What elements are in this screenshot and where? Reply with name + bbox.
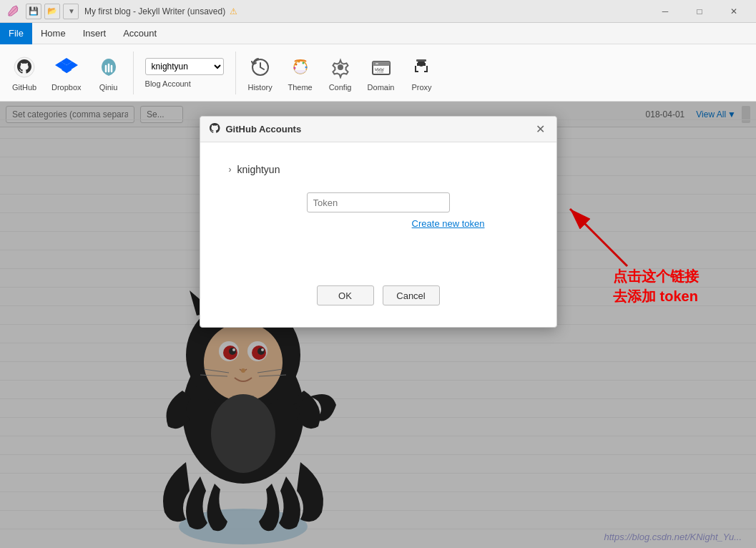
toolbar-blog-account: knightyun Blog Account [139, 54, 230, 92]
svg-point-9 [298, 60, 300, 62]
blog-account-label: Blog Account [145, 79, 191, 88]
config-icon [328, 54, 353, 80]
menu-account[interactable]: Account [114, 23, 165, 44]
modal-github-icon [209, 122, 220, 137]
github-label: GitHub [12, 83, 36, 92]
toolbar-github[interactable]: GitHub [6, 50, 43, 96]
account-name: knightyun [237, 164, 280, 175]
cancel-button[interactable]: Cancel [383, 285, 440, 305]
menu-insert[interactable]: Insert [74, 23, 115, 44]
save-button[interactable]: 💾 [26, 4, 41, 19]
modal-overlay: GitHub Accounts ✕ › knightyun Create new… [0, 102, 756, 548]
window-title: My first blog - Jekyll Writer (unsaved) … [84, 6, 649, 16]
maximize-button[interactable]: □ [683, 0, 716, 23]
dropbox-label: Dropbox [51, 83, 82, 92]
svg-rect-22 [416, 59, 426, 62]
minimize-button[interactable]: ─ [649, 0, 682, 23]
domain-icon: www .com [368, 54, 394, 80]
svg-text:.com: .com [375, 69, 383, 74]
theme-icon [288, 54, 313, 80]
svg-rect-15 [373, 62, 390, 66]
toolbar-dropbox[interactable]: Dropbox [46, 50, 87, 96]
ok-button[interactable]: OK [317, 285, 374, 305]
toolbar-qiniu[interactable]: Qiniu [90, 50, 127, 96]
modal-title: GitHub Accounts [226, 124, 302, 134]
svg-rect-16 [375, 63, 378, 64]
qiniu-icon [96, 54, 122, 80]
open-button[interactable]: 📂 [44, 4, 60, 19]
create-token-link[interactable]: Create new token [229, 218, 528, 229]
theme-label: Theme [288, 83, 312, 92]
app-logo [6, 4, 20, 19]
history-label: History [247, 83, 272, 92]
toolbar-theme[interactable]: Theme [282, 50, 319, 96]
github-icon [11, 54, 37, 80]
proxy-label: Proxy [411, 83, 431, 92]
modal-header: GitHub Accounts ✕ [200, 117, 556, 142]
title-bar-quick-access: 💾 📂 ▼ [26, 4, 79, 19]
token-input[interactable] [307, 192, 450, 212]
toolbar-proxy[interactable]: Proxy [403, 50, 440, 96]
menu-file[interactable]: File [0, 23, 32, 44]
proxy-icon [408, 54, 434, 80]
svg-point-12 [293, 67, 295, 69]
dropdown-button[interactable]: ▼ [63, 4, 79, 19]
account-row: › knightyun [229, 164, 528, 175]
svg-point-13 [338, 64, 343, 70]
window-controls: ─ □ ✕ [649, 0, 750, 23]
toolbar-history[interactable]: History [242, 50, 279, 96]
svg-rect-20 [417, 63, 421, 66]
toolbar-config[interactable]: Config [322, 50, 359, 96]
svg-point-8 [295, 63, 297, 65]
modal-close-button[interactable]: ✕ [534, 122, 548, 137]
svg-rect-21 [422, 63, 426, 66]
account-chevron: › [229, 165, 232, 175]
modal-body: › knightyun Create new token [200, 142, 556, 285]
toolbar: GitHub Dropbox Qiniu knightyun [0, 44, 756, 102]
menu-bar: File Home Insert Account [0, 23, 756, 44]
title-bar: 💾 📂 ▼ My first blog - Jekyll Writer (uns… [0, 0, 756, 23]
toolbar-divider-1 [133, 52, 134, 94]
qiniu-label: Qiniu [99, 83, 118, 92]
menu-home[interactable]: Home [32, 23, 74, 44]
close-button[interactable]: ✕ [717, 0, 750, 23]
blog-account-select[interactable]: knightyun [145, 58, 224, 75]
svg-point-11 [305, 66, 307, 68]
dropbox-icon [54, 54, 79, 80]
github-accounts-modal: GitHub Accounts ✕ › knightyun Create new… [200, 116, 557, 328]
domain-label: Domain [368, 83, 395, 92]
warning-icon: ⚠ [230, 6, 237, 16]
modal-footer: OK Cancel [200, 285, 556, 327]
config-label: Config [329, 83, 352, 92]
annotation: 点击这个链接 去添加 token [613, 266, 699, 306]
history-icon [247, 54, 273, 80]
svg-point-10 [302, 62, 304, 64]
toolbar-domain[interactable]: www .com Domain [362, 50, 401, 96]
toolbar-divider-2 [235, 52, 236, 94]
